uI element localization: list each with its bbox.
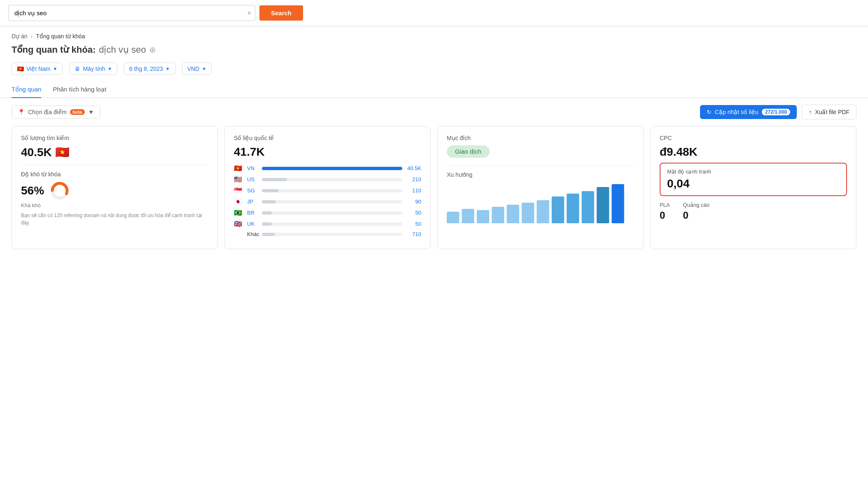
currency-label: VND — [187, 65, 200, 72]
difficulty-value: 56% — [21, 181, 208, 201]
sg-code: SG — [247, 187, 259, 194]
search-volume-card: Số lượng tìm kiếm 40.5K 🇻🇳 Độ khó từ khó… — [12, 126, 218, 249]
main-content: Dự án › Tổng quan từ khóa Tổng quan từ k… — [0, 26, 868, 477]
pla-value: 0 — [660, 210, 670, 221]
jp-bar-fill — [262, 200, 276, 203]
us-flag-icon: 🇺🇸 — [234, 175, 244, 183]
svg-rect-12 — [597, 187, 609, 223]
br-flag-icon: 🇧🇷 — [234, 209, 244, 217]
country-filter[interactable]: 🇻🇳 Việt Nam ▼ — [12, 63, 63, 75]
location-pin-icon: 📍 — [18, 109, 25, 115]
export-icon: ↑ — [809, 109, 812, 115]
location-button[interactable]: 📍 Chọn địa điểm beta ▼ — [12, 105, 100, 119]
br-bar-fill — [262, 211, 272, 215]
beta-badge: beta — [70, 109, 85, 115]
ads-label: Quảng cáo — [683, 202, 709, 208]
other-code: Khác — [247, 231, 259, 237]
country-row-uk: 🇬🇧 UK 50 — [234, 220, 421, 228]
vn-bar-fill — [262, 167, 402, 170]
device-filter[interactable]: 🖥 Máy tính ▼ — [69, 63, 117, 75]
breadcrumb-separator: › — [31, 33, 33, 40]
update-data-button[interactable]: ↻ Cập nhật số liệu 272/1.000 — [700, 105, 797, 119]
search-input[interactable] — [8, 5, 255, 21]
country-row-vn: 🇻🇳 VN 40.5K — [234, 164, 421, 172]
search-volume-label: Số lượng tìm kiếm — [21, 135, 208, 141]
export-pdf-button[interactable]: ↑ Xuất file PDF — [802, 105, 856, 119]
tab-overview[interactable]: Tổng quan — [12, 82, 41, 98]
search-input-wrapper: × — [8, 5, 255, 21]
svg-rect-9 — [552, 196, 564, 223]
purpose-badge: Giao dịch — [447, 145, 490, 158]
export-label: Xuất file PDF — [815, 109, 849, 115]
currency-chevron-icon: ▼ — [202, 66, 206, 71]
svg-rect-13 — [611, 184, 624, 223]
page-title-keyword: dịch vụ seo — [99, 44, 146, 55]
search-volume-value: 40.5K 🇻🇳 — [21, 145, 208, 159]
pla-row: PLA 0 Quảng cáo 0 — [660, 202, 847, 221]
device-label: Máy tính — [83, 65, 105, 72]
difficulty-description: Bạn sẽ cần có 120 referring domain và nộ… — [21, 212, 208, 227]
vn-bar-track — [262, 167, 402, 170]
refresh-icon: ↻ — [707, 109, 712, 115]
difficulty-text: Khá khó — [21, 202, 208, 208]
competition-label: Mật độ cạnh tranh — [667, 168, 840, 175]
svg-rect-4 — [477, 210, 489, 223]
device-chevron-icon: ▼ — [107, 66, 112, 71]
country-row-sg: 🇸🇬 SG 110 — [234, 187, 421, 194]
uk-bar-fill — [262, 222, 272, 226]
international-data-card: Số liệu quốc tế 41.7K 🇻🇳 VN 40.5K 🇺🇸 US … — [224, 126, 431, 249]
competition-value: 0,04 — [667, 177, 840, 190]
ads-value: 0 — [683, 210, 709, 221]
other-bar-fill — [262, 233, 275, 236]
us-bar-track — [262, 178, 402, 181]
tab-bulk-analysis[interactable]: Phân tích hàng loạt — [53, 82, 106, 98]
uk-code: UK — [247, 221, 259, 227]
br-bar-track — [262, 211, 402, 215]
us-code: US — [247, 176, 259, 182]
clear-search-button[interactable]: × — [247, 10, 251, 16]
vn-count: 40.5K — [406, 165, 421, 171]
uk-count: 50 — [406, 221, 421, 227]
vn-flag-icon: 🇻🇳 — [234, 164, 244, 172]
svg-rect-7 — [522, 203, 534, 223]
update-count-badge: 272/1.000 — [762, 109, 790, 115]
jp-bar-track — [262, 200, 402, 203]
toolbar-right: ↻ Cập nhật số liệu 272/1.000 ↑ Xuất file… — [700, 105, 856, 119]
breadcrumb: Dự án › Tổng quan từ khóa — [0, 26, 868, 43]
date-filter[interactable]: 6 thg 8, 2023 ▼ — [124, 63, 175, 75]
pla-item: PLA 0 — [660, 202, 670, 221]
location-chevron-icon: ▼ — [88, 109, 94, 115]
us-bar-fill — [262, 178, 287, 181]
difficulty-donut-chart — [50, 181, 70, 201]
date-chevron-icon: ▼ — [166, 66, 170, 71]
country-row-us: 🇺🇸 US 210 — [234, 175, 421, 183]
international-label: Số liệu quốc tế — [234, 135, 421, 141]
country-flag: 🇻🇳 — [17, 65, 24, 72]
location-label: Chọn địa điểm — [28, 109, 67, 115]
svg-rect-5 — [492, 207, 504, 223]
sg-count: 110 — [406, 187, 421, 194]
add-keyword-button[interactable]: ⊕ — [149, 45, 156, 55]
trend-chart — [447, 182, 634, 223]
svg-rect-8 — [537, 200, 549, 223]
page-title-prefix: Tổng quan từ khóa: — [12, 44, 96, 55]
update-label: Cập nhật số liệu — [715, 109, 758, 115]
other-count: 710 — [406, 231, 421, 237]
date-label: 6 thg 8, 2023 — [129, 65, 163, 72]
ads-item: Quảng cáo 0 — [683, 202, 709, 221]
br-count: 50 — [406, 210, 421, 216]
search-button[interactable]: Search — [259, 5, 303, 21]
competition-box: Mật độ cạnh tranh 0,04 — [660, 163, 847, 196]
sg-flag-icon: 🇸🇬 — [234, 187, 244, 194]
breadcrumb-parent[interactable]: Dự án — [12, 33, 28, 40]
vn-code: VN — [247, 165, 259, 171]
cpc-card: CPC đ9.48K Mật độ cạnh tranh 0,04 PLA 0 … — [650, 126, 856, 249]
breadcrumb-current: Tổng quan từ khóa — [36, 33, 85, 40]
svg-rect-11 — [582, 191, 594, 223]
filter-bar: 🇻🇳 Việt Nam ▼ 🖥 Máy tính ▼ 6 thg 8, 2023… — [0, 60, 868, 82]
international-value: 41.7K — [234, 145, 421, 159]
currency-filter[interactable]: VND ▼ — [182, 63, 212, 75]
cpc-value: đ9.48K — [660, 145, 847, 159]
svg-rect-2 — [447, 212, 459, 223]
svg-rect-3 — [462, 209, 474, 223]
